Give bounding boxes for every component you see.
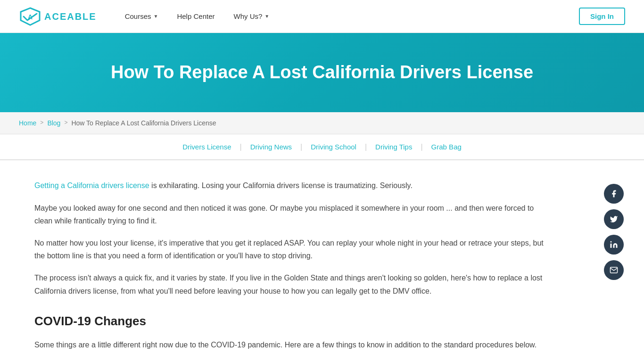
content-wrapper: Getting a California drivers license is … xyxy=(16,160,628,362)
breadcrumb-bar: Home > Blog > How To Replace A Lost Cali… xyxy=(0,112,644,134)
email-icon xyxy=(610,266,618,274)
breadcrumb-current: How To Replace A Lost California Drivers… xyxy=(71,118,216,128)
sign-in-button[interactable]: Sign In xyxy=(579,8,625,25)
breadcrumb-sep-2: > xyxy=(64,118,67,127)
blog-nav-driving-tips[interactable]: Driving Tips xyxy=(367,141,421,153)
logo-icon: A xyxy=(19,7,41,26)
header-right: Sign In xyxy=(579,8,625,25)
blog-nav-driving-news[interactable]: Driving News xyxy=(242,141,300,153)
blog-nav-driving-school[interactable]: Driving School xyxy=(302,141,365,153)
main-nav: Courses ▼ Help Center Why Us? ▼ xyxy=(125,11,270,22)
paragraph-3: No matter how you lost your license, it'… xyxy=(34,237,544,262)
paragraph-2: Maybe you looked away for one second and… xyxy=(34,202,544,227)
courses-chevron-icon: ▼ xyxy=(154,13,158,20)
blog-nav-grab-bag[interactable]: Grab Bag xyxy=(423,141,470,153)
blog-nav-drivers-license[interactable]: Drivers License xyxy=(174,141,239,153)
logo-text: ACEABLE xyxy=(44,9,97,24)
breadcrumb: Home > Blog > How To Replace A Lost Cali… xyxy=(19,118,625,128)
facebook-share-button[interactable] xyxy=(604,184,624,204)
hero-banner: How To Replace A Lost California Drivers… xyxy=(0,33,644,112)
article: Getting a California drivers license is … xyxy=(34,179,553,362)
section-covid-title: COVID-19 Changes xyxy=(34,312,544,331)
hero-title: How To Replace A Lost California Drivers… xyxy=(111,61,533,84)
social-sidebar xyxy=(604,184,628,280)
twitter-share-button[interactable] xyxy=(604,209,624,229)
breadcrumb-blog[interactable]: Blog xyxy=(47,118,60,128)
svg-text:A: A xyxy=(28,13,33,21)
california-license-link[interactable]: Getting a California drivers license xyxy=(34,181,149,189)
twitter-icon xyxy=(610,215,618,223)
logo-link[interactable]: A ACEABLE xyxy=(19,7,97,26)
nav-help-center[interactable]: Help Center xyxy=(177,11,215,22)
blog-category-nav: Drivers License | Driving News | Driving… xyxy=(0,134,644,161)
header: A ACEABLE Courses ▼ Help Center Why Us? … xyxy=(0,0,644,33)
paragraph-4: The process isn't always a quick fix, an… xyxy=(34,272,544,297)
nav-courses[interactable]: Courses ▼ xyxy=(125,11,158,22)
linkedin-icon xyxy=(610,240,618,249)
linkedin-share-button[interactable] xyxy=(604,235,624,255)
breadcrumb-sep-1: > xyxy=(40,118,43,127)
svg-rect-2 xyxy=(611,244,612,248)
intro-paragraph: Getting a California drivers license is … xyxy=(34,179,544,192)
facebook-icon xyxy=(610,189,618,198)
why-us-chevron-icon: ▼ xyxy=(264,13,269,20)
nav-why-us[interactable]: Why Us? ▼ xyxy=(233,11,269,22)
svg-point-3 xyxy=(611,241,612,243)
breadcrumb-home[interactable]: Home xyxy=(19,118,36,128)
email-share-button[interactable] xyxy=(604,260,624,280)
section-covid-para: Some things are a little different right… xyxy=(34,338,544,351)
